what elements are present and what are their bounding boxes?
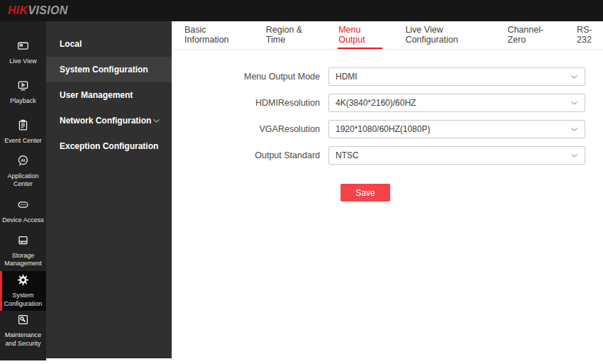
form-row: VGAResolution 1920*1080/60HZ(1080P) <box>172 120 603 138</box>
subnav-item-network-configuration[interactable]: Network Configuration <box>46 108 172 133</box>
vga-resolution-select[interactable]: 1920*1080/60HZ(1080P) <box>328 120 585 138</box>
form-row: Menu Output Mode HDMI <box>172 67 603 86</box>
sidebar-item-label: Maintenance and Security <box>1 331 45 348</box>
select-value: HDMI <box>336 72 358 82</box>
sidebar-item-application-center[interactable]: AI Application Center <box>0 152 46 192</box>
hikvision-logo: HIK VISION <box>8 4 68 17</box>
sidebar-item-label: Device Access <box>2 216 44 225</box>
hdmi-resolution-select[interactable]: 4K(3840*2160)/60HZ <box>328 94 585 112</box>
icon-sidebar: Live View Playback <box>0 21 46 360</box>
field-label: HDMIResolution <box>172 98 328 108</box>
field-label: VGAResolution <box>172 124 328 134</box>
select-value: 4K(3840*2160)/60HZ <box>336 98 416 108</box>
main-content: Basic Information Region & Time Menu Out… <box>172 21 603 364</box>
subnav-item-label: User Management <box>60 90 133 100</box>
subnav-sidebar: Local System Configuration User Manageme… <box>46 21 172 358</box>
tab-bar: Basic Information Region & Time Menu Out… <box>172 21 603 50</box>
tab-rs-232[interactable]: RS-232 <box>576 21 603 49</box>
subnav-item-label: Local <box>60 39 82 49</box>
sidebar-item-label: System Configuration <box>1 292 45 308</box>
device-access-icon <box>17 199 29 216</box>
subnav-item-exception-configuration[interactable]: Exception Configuration <box>46 133 172 159</box>
select-value: NTSC <box>336 150 359 160</box>
sidebar-item-label: Event Center <box>4 137 42 145</box>
sidebar-item-label: Storage Management <box>1 252 45 268</box>
form-actions: Save <box>172 184 603 202</box>
topbar: HIK VISION <box>0 0 603 21</box>
menu-output-form: Menu Output Mode HDMI HDMIResolution 4K(… <box>172 50 603 202</box>
form-row: HDMIResolution 4K(3840*2160)/60HZ <box>172 94 603 112</box>
sidebar-item-label: Live View <box>9 57 36 66</box>
sidebar-item-label: Application Center <box>1 172 45 189</box>
chevron-down-icon <box>570 150 578 160</box>
tab-basic-information[interactable]: Basic Information <box>184 21 243 49</box>
sidebar-item-device-access[interactable]: Device Access <box>0 192 46 231</box>
playback-icon <box>17 79 29 97</box>
chevron-down-icon <box>570 72 578 82</box>
subnav-item-label: System Configuration <box>60 65 148 75</box>
application-center-icon: AI <box>17 155 29 172</box>
chevron-down-icon <box>570 124 578 134</box>
subnav-item-user-management[interactable]: User Management <box>46 82 172 108</box>
output-standard-select[interactable]: NTSC <box>328 146 585 165</box>
sidebar-item-label: Playback <box>10 97 36 106</box>
logo-hik: HIK <box>8 4 28 17</box>
sidebar-item-live-view[interactable]: Live View <box>0 33 46 72</box>
gear-icon <box>17 274 29 292</box>
tab-channel-zero[interactable]: Channel-Zero <box>507 21 554 49</box>
app-window: HIK VISION Live View <box>0 0 603 364</box>
logo-vision: VISION <box>28 4 67 17</box>
storage-management-icon <box>17 234 29 252</box>
wrench-icon <box>17 314 29 331</box>
sidebar-item-system-configuration[interactable]: System Configuration <box>0 271 46 311</box>
sidebar-item-storage-management[interactable]: Storage Management <box>0 231 46 271</box>
live-view-icon <box>17 40 29 57</box>
event-center-icon <box>17 119 29 137</box>
field-label: Menu Output Mode <box>172 72 328 82</box>
subnav-item-system-configuration[interactable]: System Configuration <box>46 57 172 82</box>
tab-live-view-configuration[interactable]: Live View Configuration <box>404 21 485 49</box>
sidebar-item-event-center[interactable]: Event Center <box>0 112 46 152</box>
field-label: Output Standard <box>172 150 328 160</box>
subnav-item-local[interactable]: Local <box>46 31 172 57</box>
tab-region-time[interactable]: Region & Time <box>265 21 316 49</box>
menu-output-mode-select[interactable]: HDMI <box>328 67 585 86</box>
subnav-item-label: Network Configuration <box>60 116 151 126</box>
chevron-down-icon <box>153 116 160 126</box>
save-button[interactable]: Save <box>341 184 390 202</box>
sidebar-item-playback[interactable]: Playback <box>0 72 46 112</box>
form-row: Output Standard NTSC <box>172 146 603 165</box>
subnav-item-label: Exception Configuration <box>60 141 158 151</box>
tab-menu-output[interactable]: Menu Output <box>338 21 382 49</box>
sidebar-item-maintenance-and-security[interactable]: Maintenance and Security <box>0 311 46 351</box>
select-value: 1920*1080/60HZ(1080P) <box>336 124 430 134</box>
svg-text:AI: AI <box>21 158 26 162</box>
chevron-down-icon <box>570 98 578 108</box>
